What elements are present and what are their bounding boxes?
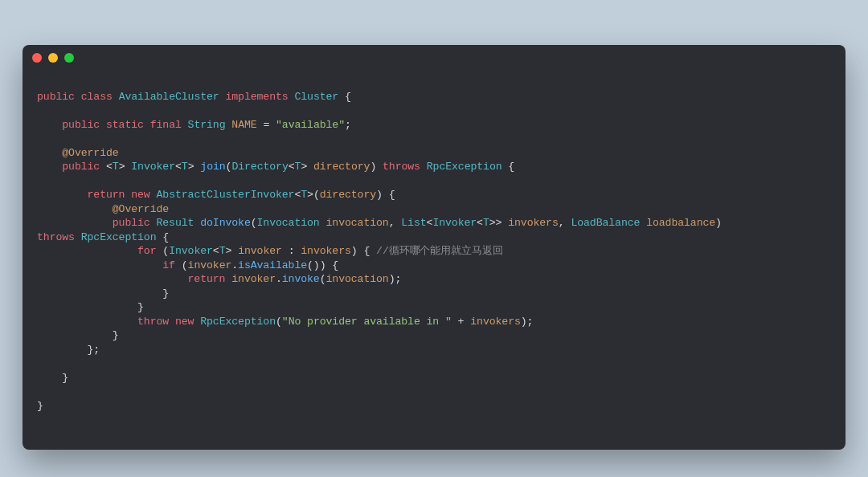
type: T — [113, 161, 119, 173]
punct: < — [106, 161, 113, 173]
punct: ( — [251, 217, 257, 229]
type: Directory — [231, 161, 288, 173]
keyword: if — [162, 259, 175, 271]
identifier: invokers — [508, 217, 559, 229]
keyword: throw — [137, 316, 169, 328]
identifier: invocation — [326, 217, 389, 229]
comment: //循环哪个能用就立马返回 — [376, 245, 503, 257]
keyword: static — [106, 119, 144, 131]
punct: + — [452, 316, 470, 328]
type: String — [188, 119, 226, 131]
minimize-icon[interactable] — [48, 53, 58, 63]
annotation: @Override — [62, 147, 118, 159]
keyword: throws — [37, 231, 75, 243]
code-block: public class AvailableCluster implements… — [23, 71, 845, 427]
identifier: NAME — [231, 119, 256, 131]
punct: > — [225, 245, 231, 257]
keyword: return — [88, 189, 125, 201]
punct: > — [301, 161, 307, 173]
punct: } — [137, 301, 144, 313]
punct: < — [477, 217, 483, 229]
keyword: new — [175, 316, 194, 328]
punct: ( — [276, 316, 282, 328]
punct: < — [289, 161, 295, 173]
punct: } — [162, 287, 169, 300]
keyword: public — [62, 119, 100, 131]
punct: ); — [521, 316, 534, 328]
type: Result — [156, 217, 194, 229]
identifier: invoker — [238, 245, 282, 257]
punct: ) — [370, 161, 376, 173]
punct: ( — [156, 245, 169, 257]
type: Invoker — [131, 161, 175, 173]
punct: ) — [715, 217, 728, 229]
punct: { — [156, 231, 169, 243]
string: "available" — [276, 119, 345, 131]
punct: ); — [389, 273, 402, 285]
punct: }; — [88, 344, 100, 356]
type: RpcException — [81, 231, 157, 243]
punct: . — [231, 259, 238, 271]
keyword: return — [188, 273, 226, 285]
punct: , — [389, 217, 402, 229]
punct: } — [113, 329, 119, 341]
keyword: public — [113, 217, 150, 229]
type: T — [182, 161, 188, 173]
type: Invoker — [169, 245, 213, 257]
punct: >> — [489, 217, 502, 229]
punct: ( — [320, 273, 326, 285]
punct: , — [559, 217, 571, 229]
punct: } — [62, 372, 68, 384]
code-window: public class AvailableCluster implements… — [23, 45, 845, 450]
identifier: invokers — [470, 316, 521, 328]
type: AbstractClusterInvoker — [157, 189, 295, 201]
identifier: directory — [313, 161, 370, 173]
identifier: invokers — [301, 245, 351, 257]
punct: >( — [307, 189, 320, 201]
close-icon[interactable] — [32, 53, 42, 63]
type: RpcException — [427, 161, 502, 173]
punct: > — [119, 161, 125, 173]
type: Cluster — [294, 91, 338, 103]
type: List — [401, 217, 426, 229]
identifier: invoker — [231, 273, 276, 285]
annotation: @Override — [113, 203, 169, 215]
window-titlebar — [23, 45, 845, 71]
identifier: invoker — [188, 259, 232, 271]
type: T — [483, 217, 489, 229]
keyword: for — [137, 245, 156, 257]
punct: } — [37, 400, 43, 412]
string: "No provider available in " — [282, 316, 452, 328]
type: AvailableCluster — [119, 91, 219, 103]
punct: ; — [345, 119, 351, 131]
keyword: implements — [225, 91, 288, 103]
keyword: public — [62, 161, 100, 173]
punct: = — [257, 119, 276, 131]
method: invoke — [282, 273, 320, 285]
punct: ) { — [376, 189, 395, 201]
punct: { — [502, 161, 515, 173]
punct: ()) { — [307, 259, 338, 271]
zoom-icon[interactable] — [64, 53, 74, 63]
punct: : — [282, 245, 301, 257]
identifier: loadbalance — [646, 217, 715, 229]
type: Invoker — [432, 217, 477, 229]
method: isAvailable — [238, 259, 307, 271]
punct: ) { — [351, 245, 376, 257]
method: join — [200, 161, 225, 173]
identifier: invocation — [326, 273, 389, 285]
punct: < — [175, 161, 182, 173]
punct: < — [213, 245, 219, 257]
punct: . — [276, 273, 282, 285]
keyword: public — [37, 91, 75, 103]
method: doInvoke — [200, 217, 251, 229]
keyword: final — [150, 119, 182, 131]
type: Invocation — [257, 217, 320, 229]
type: T — [301, 189, 307, 201]
punct: { — [338, 91, 351, 103]
punct: > — [188, 161, 194, 173]
keyword: throws — [383, 161, 420, 173]
punct: ( — [175, 259, 188, 271]
type: RpcException — [200, 316, 276, 328]
type: LoadBalance — [571, 217, 640, 229]
